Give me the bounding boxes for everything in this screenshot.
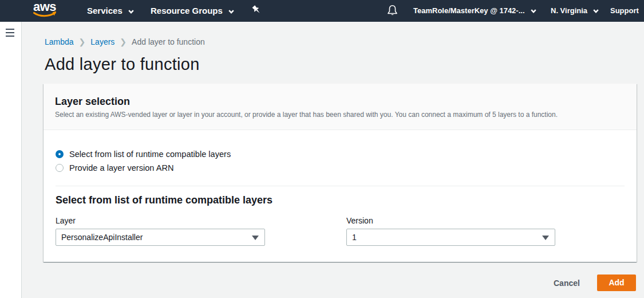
svg-text:aws: aws bbox=[33, 1, 56, 14]
